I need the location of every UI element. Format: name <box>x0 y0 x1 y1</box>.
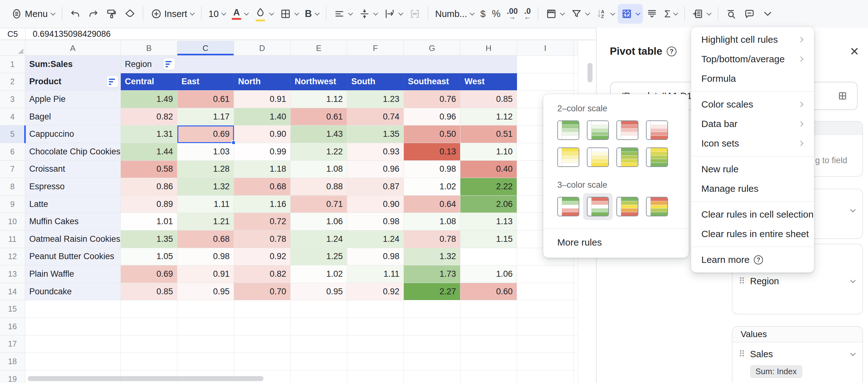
cell-C14[interactable]: 0.95 <box>177 283 234 300</box>
comment-button[interactable] <box>740 4 758 24</box>
cell-G11[interactable]: 0.78 <box>404 230 460 248</box>
cell-A18[interactable] <box>25 353 121 371</box>
cell-C5[interactable]: 0.69 <box>177 125 234 143</box>
cell-X14[interactable] <box>574 283 578 300</box>
cell-C17[interactable] <box>177 336 234 353</box>
close-panel-button[interactable]: ✕ <box>850 46 859 57</box>
vertical-align-button[interactable] <box>355 4 380 24</box>
cell-B17[interactable] <box>121 336 177 353</box>
pivot-table-button[interactable] <box>689 4 714 24</box>
cell-B3[interactable]: 1.49 <box>121 91 177 108</box>
borders-button[interactable] <box>276 4 302 24</box>
row-header-6[interactable]: 6 <box>0 143 25 161</box>
cell-E4[interactable]: 0.61 <box>290 108 347 126</box>
cell-C11[interactable]: 0.68 <box>177 230 234 248</box>
cell-E6[interactable]: 1.22 <box>290 143 347 161</box>
cell-D16[interactable] <box>234 318 290 336</box>
cell-D10[interactable]: 0.72 <box>234 213 290 230</box>
bold-button[interactable]: B <box>302 4 322 24</box>
cell-A2[interactable]: Product <box>25 73 121 91</box>
cell-H14[interactable]: 0.60 <box>460 283 517 300</box>
cell-F10[interactable]: 0.98 <box>347 213 404 230</box>
cell-G4[interactable]: 0.96 <box>404 108 460 126</box>
cell-B4[interactable]: 0.82 <box>121 108 177 126</box>
cell-G19[interactable] <box>404 371 460 383</box>
cell-I13[interactable] <box>517 265 574 283</box>
column-header-A[interactable]: A <box>25 41 121 56</box>
cell-D3[interactable]: 0.91 <box>234 91 290 108</box>
cell-E13[interactable]: 1.02 <box>290 265 347 283</box>
cell-A3[interactable]: Apple Pie <box>25 91 121 108</box>
cell-H11[interactable]: 1.15 <box>460 230 517 248</box>
drag-handle-icon[interactable]: ⠿ <box>739 276 744 286</box>
scale-swatch-red-to-white[interactable] <box>613 117 642 144</box>
cell-E18[interactable] <box>290 353 347 371</box>
cell-G7[interactable]: 0.98 <box>404 161 460 178</box>
cell-E2[interactable]: Northwest <box>290 73 347 91</box>
cell-E14[interactable]: 0.95 <box>290 283 347 300</box>
cell-H10[interactable]: 1.13 <box>460 213 517 230</box>
row-groups-button[interactable] <box>643 4 661 24</box>
row-header-5[interactable]: 5 <box>0 125 25 143</box>
cell-G12[interactable]: 1.32 <box>404 248 460 266</box>
cell-A10[interactable]: Muffin Cakes <box>25 213 121 230</box>
cell-H7[interactable]: 0.40 <box>460 161 517 178</box>
cell-C3[interactable]: 0.61 <box>177 91 234 108</box>
chevron-down-icon[interactable] <box>850 351 856 356</box>
cell-D11[interactable]: 0.78 <box>234 230 290 248</box>
cell-F6[interactable]: 0.93 <box>347 143 404 161</box>
cell-A6[interactable]: Chocolate Chip Cookies <box>25 143 121 161</box>
cell-I2[interactable] <box>517 73 574 91</box>
menu-item-top-bottom-average[interactable]: Top/bottom/average <box>691 50 814 69</box>
cell-E11[interactable]: 1.24 <box>290 230 347 248</box>
cell-X17[interactable] <box>574 336 578 353</box>
row-header-15[interactable]: 15 <box>0 300 25 318</box>
menu-item-more-rules[interactable]: More rules <box>544 228 688 248</box>
increase-decimals-button[interactable]: .00→ <box>504 4 521 24</box>
cell-H3[interactable]: 0.85 <box>460 91 517 108</box>
currency-button[interactable]: $ <box>477 4 489 24</box>
cell-D13[interactable]: 0.82 <box>234 265 290 283</box>
cell-G5[interactable]: 0.50 <box>404 125 460 143</box>
cell-B14[interactable]: 0.85 <box>121 283 177 300</box>
conditional-format-button[interactable] <box>618 4 643 24</box>
cell-G6[interactable]: 0.13 <box>404 143 460 161</box>
cell-A4[interactable]: Bagel <box>25 108 121 126</box>
scale-swatch-white-to-yellow[interactable] <box>583 144 613 171</box>
cell-B18[interactable] <box>121 353 177 371</box>
cell-B10[interactable]: 1.01 <box>121 213 177 230</box>
cell-G10[interactable]: 1.08 <box>404 213 460 230</box>
cell-G17[interactable] <box>404 336 460 353</box>
column-header-B[interactable]: B <box>121 41 177 56</box>
cell-D4[interactable]: 1.40 <box>234 108 290 126</box>
cell-E8[interactable]: 0.88 <box>290 178 347 196</box>
cell-D12[interactable]: 0.92 <box>234 248 290 266</box>
menu-item-data-bar[interactable]: Data bar <box>691 114 814 134</box>
row-header-12[interactable]: 12 <box>0 248 25 266</box>
cell-B11[interactable]: 1.35 <box>121 230 177 248</box>
cell-X2[interactable] <box>574 73 578 91</box>
horizontal-align-button[interactable] <box>330 4 355 24</box>
cell-E1[interactable] <box>290 56 347 73</box>
cell-C10[interactable]: 1.21 <box>177 213 234 230</box>
cell-G15[interactable] <box>404 300 460 318</box>
cell-C9[interactable]: 1.11 <box>177 196 234 213</box>
cell-A1[interactable]: Sum:Sales <box>25 56 121 73</box>
cell-H17[interactable] <box>460 336 517 353</box>
undo-button[interactable] <box>66 4 84 24</box>
cell-G8[interactable]: 1.02 <box>404 178 460 196</box>
menu-item-color-scales[interactable]: Color scales <box>691 95 814 114</box>
cell-B12[interactable]: 1.05 <box>121 248 177 266</box>
cell-H18[interactable] <box>460 353 517 371</box>
functions-button[interactable]: Σ <box>661 4 681 24</box>
cell-X13[interactable] <box>574 265 578 283</box>
collapse-toolbar-button[interactable] <box>758 4 777 24</box>
cell-G9[interactable]: 0.64 <box>404 196 460 213</box>
cell-D6[interactable]: 0.99 <box>234 143 290 161</box>
cell-X18[interactable] <box>574 353 578 371</box>
cell-A5[interactable]: Cappuccino <box>25 125 121 143</box>
cell-X19[interactable] <box>574 371 578 383</box>
scale-swatch-green-to-yellow[interactable] <box>613 144 642 171</box>
menu-item-learn-more[interactable]: Learn more? <box>691 250 814 269</box>
cell-H1[interactable] <box>460 56 517 73</box>
